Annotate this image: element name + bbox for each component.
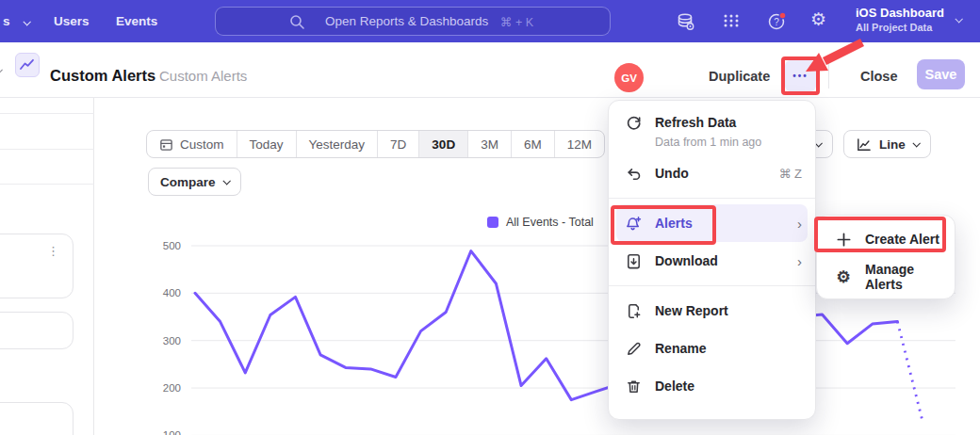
submenu-item-create-alert[interactable]: Create Alert bbox=[817, 220, 955, 258]
chevron-down-icon bbox=[912, 139, 920, 147]
nav-item-users[interactable]: Users bbox=[54, 14, 90, 28]
pencil-icon bbox=[624, 340, 643, 358]
divider bbox=[0, 149, 94, 150]
chevron-down-icon bbox=[24, 18, 31, 25]
alert-bell-icon bbox=[624, 215, 643, 233]
data-icon[interactable] bbox=[675, 10, 697, 33]
menu-item-new-report[interactable]: New Report bbox=[609, 292, 815, 330]
menu-divider bbox=[609, 198, 815, 199]
legend-swatch bbox=[487, 217, 498, 228]
kebab-menu-icon[interactable]: ⋮ bbox=[47, 244, 59, 258]
project-name: iOS Dashboard bbox=[856, 6, 944, 20]
menu-item-undo[interactable]: Undo ⌘ Z bbox=[609, 154, 815, 192]
range-custom[interactable]: Custom bbox=[147, 131, 237, 157]
undo-icon bbox=[624, 165, 643, 183]
report-type-icon bbox=[15, 53, 40, 77]
page-title: Custom Alerts bbox=[50, 67, 155, 85]
range-3m[interactable]: 3M bbox=[467, 131, 511, 157]
collapsed-panel-chevron-icon[interactable] bbox=[0, 66, 3, 73]
range-yesterday[interactable]: Yesterday bbox=[296, 131, 378, 157]
chart-type-label: Line bbox=[879, 137, 906, 152]
header-divider bbox=[828, 62, 829, 89]
chart-legend: All Events - Total bbox=[487, 216, 594, 229]
download-icon bbox=[624, 252, 643, 270]
top-nav-bar: s Users Events Open Reports & Dashboards… bbox=[0, 0, 980, 42]
more-options-menu: Refresh Data Data from 1 min ago Undo ⌘ … bbox=[608, 100, 816, 420]
submenu-arrow-icon: › bbox=[797, 216, 802, 232]
menu-item-label: Download bbox=[655, 253, 718, 268]
range-30d[interactable]: 30D bbox=[418, 131, 467, 157]
left-cards-panel: ⋮ bbox=[0, 98, 94, 435]
breadcrumb[interactable]: Custom Alerts bbox=[159, 68, 247, 84]
svg-text:400: 400 bbox=[163, 287, 181, 298]
range-custom-label: Custom bbox=[180, 137, 224, 152]
range-12m[interactable]: 12M bbox=[554, 131, 604, 157]
trash-icon bbox=[624, 378, 643, 395]
nav-item-partial[interactable]: s bbox=[3, 14, 29, 28]
chart-type-button[interactable]: Line bbox=[843, 130, 931, 158]
menu-item-label: New Report bbox=[655, 303, 728, 318]
svg-text:200: 200 bbox=[163, 382, 181, 394]
submenu-arrow-icon: › bbox=[797, 253, 802, 269]
gear-icon: ⚙ bbox=[834, 267, 853, 287]
nav-item-events[interactable]: Events bbox=[116, 14, 157, 28]
help-icon[interactable]: ? bbox=[766, 10, 789, 33]
dashboard-card[interactable] bbox=[0, 402, 74, 435]
menu-item-download[interactable]: Download › bbox=[609, 242, 815, 280]
search-placeholder: Open Reports & Dashboards bbox=[325, 14, 488, 28]
legend-label: All Events - Total bbox=[506, 216, 594, 229]
global-search-input[interactable]: Open Reports & Dashboards ⌘ + K bbox=[215, 7, 611, 36]
menu-item-refresh-data[interactable]: Refresh Data bbox=[609, 106, 815, 138]
line-chart-icon bbox=[856, 137, 872, 153]
menu-item-rename[interactable]: Rename bbox=[609, 330, 815, 367]
apps-grid-icon[interactable] bbox=[721, 10, 742, 31]
dashboard-card[interactable] bbox=[0, 312, 74, 349]
menu-item-label: Refresh Data bbox=[655, 115, 736, 130]
project-scope: All Project Data bbox=[856, 22, 944, 33]
compare-button[interactable]: Compare bbox=[148, 168, 241, 196]
svg-text:300: 300 bbox=[163, 335, 181, 346]
svg-text:100: 100 bbox=[163, 429, 181, 435]
menu-item-alerts[interactable]: Alerts › bbox=[616, 204, 808, 242]
divider bbox=[0, 184, 94, 185]
menu-item-label: Alerts bbox=[655, 216, 693, 231]
close-button[interactable]: Close bbox=[860, 69, 898, 84]
settings-gear-icon[interactable]: ⚙ bbox=[810, 8, 826, 30]
menu-item-label: Delete bbox=[655, 379, 694, 394]
more-options-button[interactable]: ••• bbox=[785, 60, 816, 91]
menu-item-label: Rename bbox=[655, 341, 706, 356]
project-chevron-down-icon[interactable] bbox=[955, 15, 962, 23]
new-report-icon bbox=[624, 302, 643, 320]
project-selector[interactable]: iOS Dashboard All Project Data bbox=[856, 6, 944, 33]
menu-item-label: Create Alert bbox=[865, 232, 939, 247]
svg-text:?: ? bbox=[774, 17, 779, 27]
search-icon bbox=[289, 14, 305, 30]
chevron-down-icon bbox=[222, 177, 230, 185]
date-range-control: Custom Today Yesterday 7D 30D 3M 6M 12M bbox=[146, 130, 605, 158]
report-header: Custom Alerts Custom Alerts GV Duplicate… bbox=[0, 42, 980, 98]
dashboard-card[interactable]: ⋮ bbox=[0, 234, 74, 298]
plus-icon bbox=[834, 232, 853, 248]
compare-label: Compare bbox=[160, 175, 216, 189]
menu-item-label: Undo bbox=[655, 166, 689, 181]
search-shortcut: ⌘ + K bbox=[500, 15, 533, 29]
divider bbox=[0, 113, 94, 114]
range-today[interactable]: Today bbox=[237, 131, 296, 157]
menu-divider bbox=[609, 285, 815, 286]
refresh-icon bbox=[624, 114, 643, 132]
calendar-icon bbox=[159, 137, 173, 152]
avatar[interactable]: GV bbox=[614, 63, 644, 92]
duplicate-button[interactable]: Duplicate bbox=[709, 69, 770, 84]
save-button[interactable]: Save bbox=[917, 59, 965, 89]
submenu-item-manage-alerts[interactable]: ⚙ Manage Alerts bbox=[817, 258, 955, 296]
range-6m[interactable]: 6M bbox=[511, 131, 554, 157]
nav-item-partial-label: s bbox=[3, 14, 10, 28]
svg-text:500: 500 bbox=[163, 240, 181, 251]
range-7d[interactable]: 7D bbox=[377, 131, 418, 157]
alerts-submenu: Create Alert ⚙ Manage Alerts bbox=[816, 215, 956, 299]
undo-shortcut: ⌘ Z bbox=[778, 167, 802, 181]
notification-dot bbox=[779, 12, 786, 19]
menu-item-delete[interactable]: Delete bbox=[609, 367, 815, 405]
menu-item-label: Manage Alerts bbox=[865, 262, 941, 292]
